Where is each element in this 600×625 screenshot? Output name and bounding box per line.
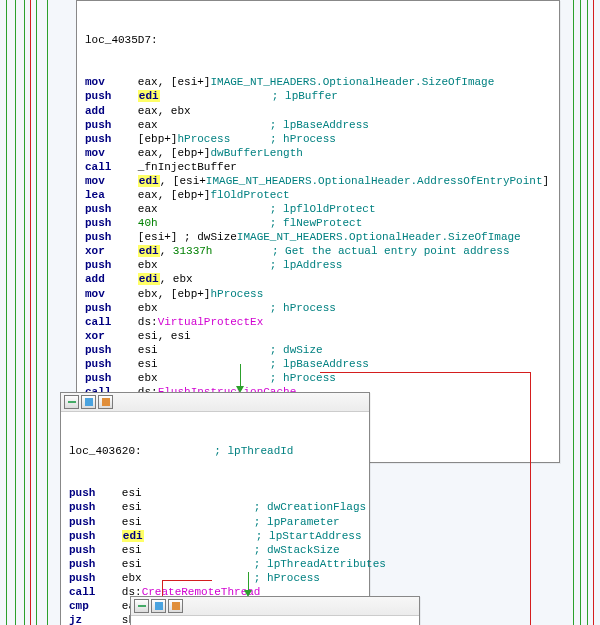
asm-line: push ebx ; hProcess <box>85 371 551 385</box>
comment: ; lpBaseAddress <box>270 358 369 370</box>
asm-line: call ds:VirtualProtectEx <box>85 315 551 329</box>
comment: ; lpThreadAttributes <box>254 558 386 570</box>
mnemonic: mov <box>85 175 131 187</box>
comment: ; hProcess <box>270 133 336 145</box>
mnemonic: jz <box>69 614 115 625</box>
asm-line: push edi ; lpStartAddress <box>69 529 361 543</box>
mnemonic: mov <box>85 76 131 88</box>
palette-b-icon[interactable] <box>168 599 183 613</box>
mnemonic: add <box>85 105 131 117</box>
comment: ; lpStartAddress <box>256 530 362 542</box>
svg-rect-3 <box>138 605 146 607</box>
asm-line: xor esi, esi <box>85 329 551 343</box>
asm-line: push 40h ; flNewProtect <box>85 216 551 230</box>
asm-line: mov ebx, [ebp+]hProcess <box>85 287 551 301</box>
svg-rect-2 <box>102 398 110 406</box>
graph-node-3[interactable]: loc_403640: push edipush ebxcall excPayl… <box>130 596 420 625</box>
asm-line: push ebx ; lpAddress <box>85 258 551 272</box>
comment: ; lpBaseAddress <box>270 119 369 131</box>
asm-line: push esi ; lpParameter <box>69 515 361 529</box>
comment: ; flNewProtect <box>270 217 362 229</box>
comment: ; lpParameter <box>254 516 340 528</box>
highlighted-reg: edi <box>138 175 160 187</box>
asm-line: push esi ; dwStackSize <box>69 543 361 557</box>
graph-node-2[interactable]: loc_403620: ; lpThreadId push esipush es… <box>60 392 370 625</box>
highlighted-reg: edi <box>138 90 160 102</box>
comment: ; lpBuffer <box>272 90 338 102</box>
asm-line: push eax ; lpflOldProtect <box>85 202 551 216</box>
mnemonic: add <box>85 273 131 285</box>
mnemonic: push <box>85 372 131 384</box>
mnemonic: push <box>69 516 115 528</box>
block-label: loc_4035D7: <box>85 34 158 46</box>
comment: ; Get the actual entry point address <box>272 245 510 257</box>
svg-rect-0 <box>68 401 76 403</box>
asm-line: push esi ; lpBaseAddress <box>85 357 551 371</box>
palette-a-icon[interactable] <box>81 395 96 409</box>
mnemonic: push <box>85 231 131 243</box>
node-titlebar <box>61 393 369 412</box>
mnemonic: push <box>85 302 131 314</box>
comment: ; hProcess <box>254 572 320 584</box>
asm-line: lea eax, [ebp+]flOldProtect <box>85 188 551 202</box>
mnemonic: push <box>85 119 131 131</box>
mnemonic: mov <box>85 288 131 300</box>
asm-line: push [esi+] ; dwSizeIMAGE_NT_HEADERS.Opt… <box>85 230 551 244</box>
highlighted-reg: edi <box>138 245 160 257</box>
comment: ; dwSize <box>270 344 323 356</box>
asm-line: add eax, ebx <box>85 104 551 118</box>
comment: ; hProcess <box>270 372 336 384</box>
asm-line: push esi ; dwSize <box>85 343 551 357</box>
mnemonic: push <box>69 558 115 570</box>
mnemonic: push <box>69 544 115 556</box>
asm-line: push esi ; dwCreationFlags <box>69 500 361 514</box>
asm-line: push edi ; lpBuffer <box>85 89 551 103</box>
mnemonic: push <box>85 259 131 271</box>
highlighted-reg: edi <box>138 273 160 285</box>
mnemonic: push <box>69 487 115 499</box>
collapse-icon[interactable] <box>134 599 149 613</box>
mnemonic: push <box>85 358 131 370</box>
asm-line: push esi ; lpThreadAttributes <box>69 557 361 571</box>
asm-line: push ebx ; hProcess <box>85 301 551 315</box>
mnemonic: lea <box>85 189 131 201</box>
asm-line: push [ebp+]hProcess ; hProcess <box>85 132 551 146</box>
comment: ; dwCreationFlags <box>254 501 366 513</box>
asm-line: mov edi, [esi+IMAGE_NT_HEADERS.OptionalH… <box>85 174 551 188</box>
mnemonic: push <box>69 572 115 584</box>
node-body: loc_403620: ; lpThreadId push esipush es… <box>61 412 369 625</box>
svg-rect-4 <box>155 602 163 610</box>
palette-a-icon[interactable] <box>151 599 166 613</box>
mnemonic: push <box>85 217 131 229</box>
api-call: VirtualProtectEx <box>158 316 264 328</box>
comment: ; lpAddress <box>270 259 343 271</box>
svg-rect-5 <box>172 602 180 610</box>
asm-line: push ebx ; hProcess <box>69 571 361 585</box>
asm-line: call _fnInjectBuffer <box>85 160 551 174</box>
block-label: loc_403620: <box>69 445 142 457</box>
comment: ; dwStackSize <box>254 544 340 556</box>
mnemonic: push <box>69 501 115 513</box>
svg-rect-1 <box>85 398 93 406</box>
block-label-comment: ; lpThreadId <box>214 445 293 457</box>
asm-line: mov eax, [esi+]IMAGE_NT_HEADERS.Optional… <box>85 75 551 89</box>
mnemonic: push <box>69 530 115 542</box>
highlighted-reg: edi <box>122 530 144 542</box>
asm-line: push eax ; lpBaseAddress <box>85 118 551 132</box>
mnemonic: xor <box>85 245 131 257</box>
palette-b-icon[interactable] <box>98 395 113 409</box>
asm-line: xor edi, 31337h ; Get the actual entry p… <box>85 244 551 258</box>
mnemonic: push <box>85 203 131 215</box>
mnemonic: call <box>85 316 131 328</box>
mnemonic: push <box>85 133 131 145</box>
node-body: loc_403640: push edipush ebxcall excPayl… <box>131 616 419 625</box>
asm-line: push esi <box>69 486 361 500</box>
mnemonic: push <box>85 90 131 102</box>
comment: ; lpflOldProtect <box>270 203 376 215</box>
mnemonic: mov <box>85 147 131 159</box>
asm-line: add edi, ebx <box>85 272 551 286</box>
comment: ; hProcess <box>270 302 336 314</box>
mnemonic: xor <box>85 330 131 342</box>
mnemonic: cmp <box>69 600 115 612</box>
collapse-icon[interactable] <box>64 395 79 409</box>
